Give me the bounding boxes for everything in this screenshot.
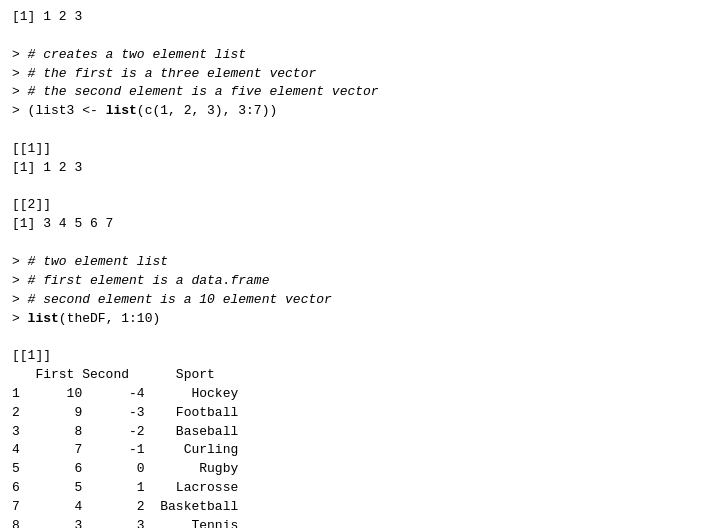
comment-line-3: > # the second element is a five element… — [12, 83, 697, 102]
blank-line-5 — [12, 328, 697, 347]
table-row-1: 1 10 -4 Hockey — [12, 385, 697, 404]
output-line-4: [[2]] — [12, 196, 697, 215]
table-row-3: 3 8 -2 Baseball — [12, 423, 697, 442]
output-line-1: [1] 1 2 3 — [12, 8, 697, 27]
table-header: First Second Sport — [12, 366, 697, 385]
comment-text-6: # second element is a 10 element vector — [28, 292, 332, 307]
table-row-6: 6 5 1 Lacrosse — [12, 479, 697, 498]
comment-line-2: > # the first is a three element vector — [12, 65, 697, 84]
console-output: [1] 1 2 3 > # creates a two element list… — [12, 8, 697, 528]
table-row-8: 8 3 3 Tennis — [12, 517, 697, 528]
output-line-3: [1] 1 2 3 — [12, 159, 697, 178]
comment-text-2: # the first is a three element vector — [28, 66, 317, 81]
prompt-line-1: > (list3 <- list(c(1, 2, 3), 3:7)) — [12, 102, 697, 121]
comment-line-6: > # second element is a 10 element vecto… — [12, 291, 697, 310]
comment-line-4: > # two element list — [12, 253, 697, 272]
table-row-4: 4 7 -1 Curling — [12, 441, 697, 460]
comment-text-3: # the second element is a five element v… — [28, 84, 379, 99]
blank-line-4 — [12, 234, 697, 253]
output-line-6: [[1]] — [12, 347, 697, 366]
blank-line-2 — [12, 121, 697, 140]
output-line-5: [1] 3 4 5 6 7 — [12, 215, 697, 234]
comment-text-5: # first element is a data.frame — [28, 273, 270, 288]
blank-line-3 — [12, 178, 697, 197]
table-row-2: 2 9 -3 Football — [12, 404, 697, 423]
comment-text-1: # creates a two element list — [28, 47, 246, 62]
table-row-7: 7 4 2 Basketball — [12, 498, 697, 517]
comment-line-5: > # first element is a data.frame — [12, 272, 697, 291]
output-line-2: [[1]] — [12, 140, 697, 159]
blank-line-1 — [12, 27, 697, 46]
prompt-line-2: > list(theDF, 1:10) — [12, 310, 697, 329]
comment-text-4: # two element list — [28, 254, 168, 269]
table-row-5: 5 6 0 Rugby — [12, 460, 697, 479]
comment-line-1: > # creates a two element list — [12, 46, 697, 65]
keyword-list-1: list — [106, 103, 137, 118]
keyword-list-2: list — [28, 311, 59, 326]
